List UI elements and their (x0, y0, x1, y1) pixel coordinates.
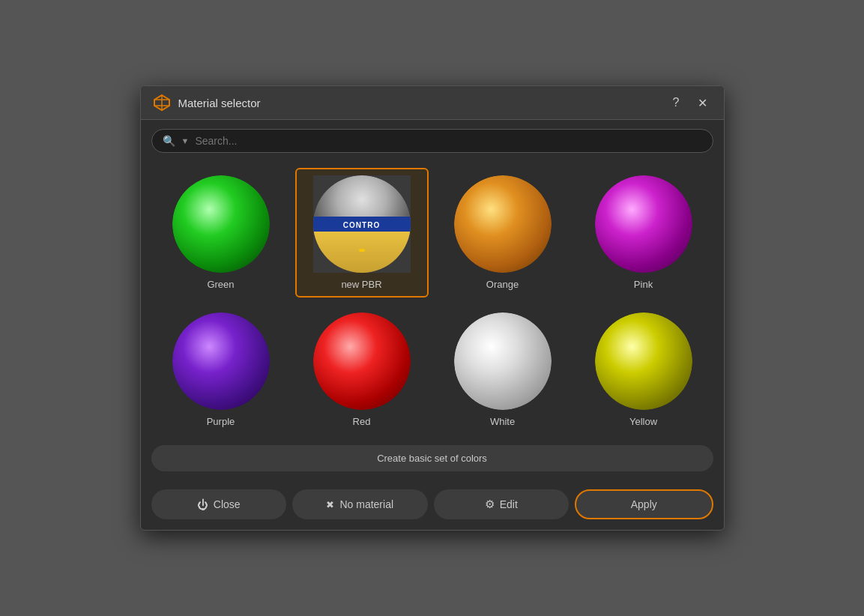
title-actions: ? ✕ (668, 94, 712, 112)
material-selector-dialog: Material selector ? ✕ 🔍 ▼ Green (140, 85, 725, 531)
material-item-white[interactable]: White (436, 305, 570, 435)
close-label: Close (214, 498, 241, 510)
edit-label: Edit (500, 498, 518, 510)
edit-gear-icon: ⚙ (485, 498, 495, 511)
no-material-label: No material (339, 498, 393, 510)
material-label-green: Green (207, 279, 234, 290)
sphere-orange (454, 175, 552, 273)
title-left: Material selector (153, 94, 261, 112)
content-area: Green CONTRO new PBR (141, 159, 724, 482)
footer-buttons: ⏻ Close ✖ No material ⚙ Edit Apply (141, 482, 724, 530)
sphere-yellow (595, 312, 692, 410)
search-input[interactable] (195, 135, 701, 147)
material-grid-scroll[interactable]: Green CONTRO new PBR (151, 165, 713, 438)
material-item-purple[interactable]: Purple (154, 305, 288, 435)
material-label-yellow: Yellow (629, 416, 657, 427)
create-colors-button[interactable]: Create basic set of colors (151, 445, 713, 471)
pbr-inner: CONTRO (313, 175, 411, 273)
no-material-button[interactable]: ✖ No material (292, 489, 428, 519)
sphere-red (313, 312, 411, 410)
sphere-newpbr: CONTRO (313, 175, 411, 273)
search-bar: 🔍 ▼ (151, 129, 713, 153)
sphere-purple (172, 312, 270, 410)
close-power-icon: ⏻ (197, 498, 208, 511)
material-item-green[interactable]: Green (154, 168, 288, 298)
title-bar: Material selector ? ✕ (141, 86, 724, 120)
apply-button[interactable]: Apply (575, 489, 713, 519)
sphere-white (454, 312, 552, 410)
material-label-white: White (490, 416, 515, 427)
material-label-newpbr: new PBR (341, 279, 381, 290)
material-label-purple: Purple (207, 416, 235, 427)
sphere-pink (595, 175, 692, 273)
sphere-green (172, 175, 270, 273)
material-grid: Green CONTRO new PBR (151, 165, 713, 438)
dialog-title: Material selector (178, 97, 261, 109)
material-label-orange: Orange (486, 279, 519, 290)
close-window-button[interactable]: ✕ (693, 94, 712, 112)
material-item-red[interactable]: Red (295, 305, 429, 435)
app-icon (153, 94, 171, 112)
search-filter-icon[interactable]: ▼ (181, 136, 190, 145)
material-item-newpbr[interactable]: CONTRO new PBR (295, 168, 429, 298)
material-item-pink[interactable]: Pink (577, 168, 710, 298)
material-item-orange[interactable]: Orange (436, 168, 570, 298)
material-label-pink: Pink (634, 279, 653, 290)
material-label-red: Red (353, 416, 371, 427)
edit-button[interactable]: ⚙ Edit (434, 489, 570, 519)
search-icon: 🔍 (163, 135, 175, 147)
material-item-yellow[interactable]: Yellow (577, 305, 710, 435)
no-material-icon: ✖ (326, 499, 334, 510)
help-button[interactable]: ? (668, 94, 684, 111)
close-button[interactable]: ⏻ Close (151, 489, 287, 519)
